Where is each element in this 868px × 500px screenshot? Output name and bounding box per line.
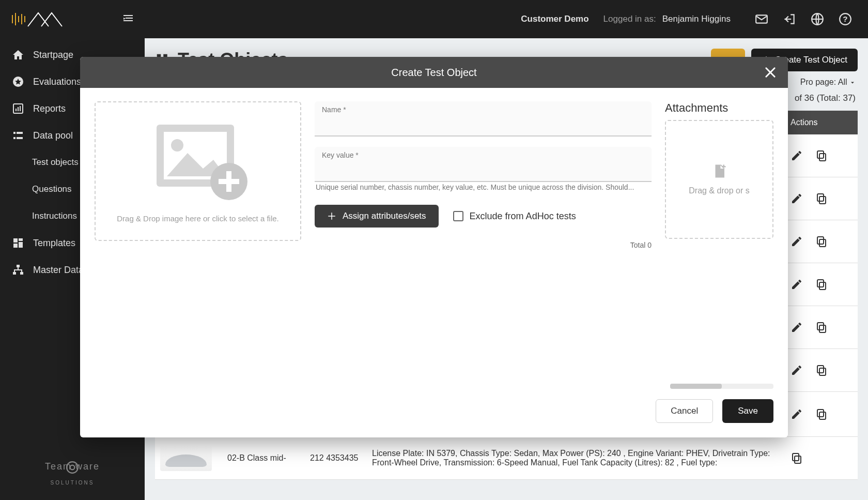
attachments-drop-text: Drag & drop or s [689, 186, 749, 195]
name-input[interactable] [322, 114, 644, 133]
image-dropzone[interactable]: Drag & Drop image here or click to selec… [95, 101, 301, 241]
keyvalue-hint: Unique serial number, chassis number, ke… [315, 182, 652, 191]
file-add-icon [711, 163, 727, 179]
modal-footer: Cancel Save [80, 389, 788, 437]
exclude-label: Exclude from AdHoc tests [470, 211, 576, 222]
name-field[interactable]: Name * [315, 101, 652, 137]
modal-backdrop: Create Test Object Drag & Dro [0, 0, 868, 500]
attachments-column: Attachments Drag & drop or s [665, 101, 773, 239]
close-icon[interactable] [763, 65, 778, 80]
keyvalue-input[interactable] [322, 159, 644, 179]
save-button[interactable]: Save [722, 399, 773, 423]
cancel-button[interactable]: Cancel [656, 399, 713, 423]
modal-header: Create Test Object [80, 57, 788, 88]
drop-image-text: Drag & Drop image here or click to selec… [117, 214, 278, 223]
keyvalue-field[interactable]: Key value * [315, 147, 652, 182]
attachments-dropzone[interactable]: Drag & drop or s [665, 120, 773, 239]
modal-title: Create Test Object [391, 67, 476, 79]
svg-rect-55 [219, 179, 239, 184]
exclude-adhoc-checkbox[interactable]: Exclude from AdHoc tests [453, 211, 576, 222]
modal-scrollbar[interactable] [95, 384, 773, 389]
attachments-title: Attachments [665, 101, 773, 115]
create-test-object-modal: Create Test Object Drag & Dro [80, 57, 788, 437]
modal-body: Drag & Drop image here or click to selec… [80, 88, 788, 254]
checkbox-box [453, 211, 463, 221]
image-placeholder-icon [146, 119, 250, 204]
form-column: Name * Key value * Unique serial number,… [315, 101, 652, 249]
assign-attributes-button[interactable]: Assign attributes/sets [315, 205, 439, 228]
total-label: Total 0 [315, 238, 652, 249]
keyvalue-label: Key value * [322, 151, 644, 159]
assign-button-label: Assign attributes/sets [343, 211, 426, 221]
name-label: Name * [322, 105, 644, 114]
svg-point-52 [171, 139, 183, 151]
